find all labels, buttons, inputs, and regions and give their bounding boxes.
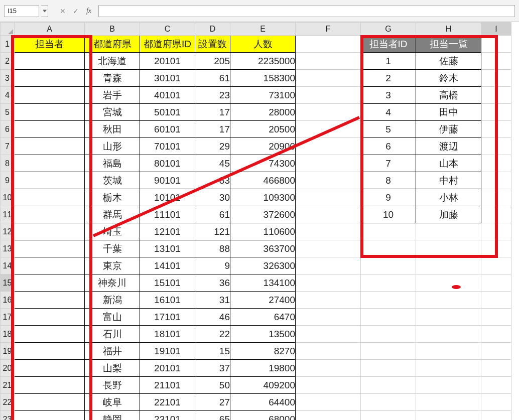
- cell[interactable]: [15, 343, 85, 360]
- cell[interactable]: 36: [195, 274, 230, 292]
- cell[interactable]: [416, 343, 481, 360]
- cell[interactable]: [296, 394, 361, 411]
- cell[interactable]: 20101: [140, 53, 195, 70]
- cell[interactable]: [15, 121, 85, 138]
- cell[interactable]: [15, 138, 85, 155]
- cell[interactable]: [481, 274, 511, 292]
- cell[interactable]: 29: [195, 138, 230, 155]
- cell[interactable]: [481, 172, 511, 189]
- cell[interactable]: 17: [195, 104, 230, 121]
- row-header[interactable]: 23: [1, 411, 15, 421]
- cell[interactable]: [481, 257, 511, 274]
- cell[interactable]: 30: [195, 189, 230, 206]
- cell[interactable]: 121: [195, 223, 230, 240]
- cell[interactable]: 福井: [85, 343, 140, 360]
- col-header-H[interactable]: H: [416, 23, 481, 36]
- cell[interactable]: 茨城: [85, 172, 140, 189]
- cell[interactable]: 7: [361, 155, 416, 172]
- cell[interactable]: [296, 292, 361, 309]
- cell[interactable]: 110600: [230, 223, 296, 240]
- cell[interactable]: 326300: [230, 257, 296, 274]
- cell[interactable]: [481, 309, 511, 326]
- cell[interactable]: 18101: [140, 326, 195, 343]
- name-box-dropdown[interactable]: [41, 5, 48, 17]
- cell[interactable]: [481, 138, 511, 155]
- cell[interactable]: 5: [361, 121, 416, 138]
- cell[interactable]: 渡辺: [416, 138, 481, 155]
- cell[interactable]: 都道府県: [85, 36, 140, 53]
- cell[interactable]: [416, 274, 481, 292]
- cell[interactable]: [296, 155, 361, 172]
- cell[interactable]: 山本: [416, 155, 481, 172]
- cell[interactable]: [15, 189, 85, 206]
- worksheet-grid[interactable]: A B C D E F G H I 1担当者都道府県都道府県ID設置数人数担当者…: [0, 22, 511, 420]
- cell[interactable]: 16101: [140, 292, 195, 309]
- cell[interactable]: [416, 377, 481, 394]
- cell[interactable]: 70101: [140, 138, 195, 155]
- cell[interactable]: [296, 257, 361, 274]
- cell[interactable]: 人数: [230, 36, 296, 53]
- cell[interactable]: 19800: [230, 360, 296, 377]
- cell[interactable]: [296, 138, 361, 155]
- row-header[interactable]: 9: [1, 172, 15, 189]
- cell[interactable]: [296, 377, 361, 394]
- cell[interactable]: [361, 309, 416, 326]
- cell[interactable]: [481, 360, 511, 377]
- cell[interactable]: [361, 257, 416, 274]
- cell[interactable]: 15: [195, 343, 230, 360]
- cell[interactable]: 88: [195, 240, 230, 257]
- cell[interactable]: [416, 240, 481, 257]
- cell[interactable]: 363700: [230, 240, 296, 257]
- cell[interactable]: [481, 104, 511, 121]
- cell[interactable]: 9: [361, 189, 416, 206]
- cell[interactable]: [296, 70, 361, 87]
- cell[interactable]: 北海道: [85, 53, 140, 70]
- cell[interactable]: 岩手: [85, 87, 140, 104]
- cell[interactable]: [15, 206, 85, 223]
- cell[interactable]: 22: [195, 326, 230, 343]
- cell[interactable]: 伊藤: [416, 121, 481, 138]
- cell[interactable]: [361, 377, 416, 394]
- row-header[interactable]: 7: [1, 138, 15, 155]
- cell[interactable]: 22101: [140, 394, 195, 411]
- cell[interactable]: 東京: [85, 257, 140, 274]
- cell[interactable]: 新潟: [85, 292, 140, 309]
- cell[interactable]: 富山: [85, 309, 140, 326]
- cell[interactable]: [15, 172, 85, 189]
- cell[interactable]: 4: [361, 104, 416, 121]
- cell[interactable]: [416, 360, 481, 377]
- accept-formula-button[interactable]: ✓: [70, 6, 81, 17]
- cell[interactable]: [296, 360, 361, 377]
- cell[interactable]: 13500: [230, 326, 296, 343]
- cell[interactable]: [416, 326, 481, 343]
- cell[interactable]: [416, 292, 481, 309]
- cell[interactable]: 65: [195, 411, 230, 421]
- cell[interactable]: [296, 274, 361, 292]
- cell[interactable]: 青森: [85, 70, 140, 87]
- cell[interactable]: 福島: [85, 155, 140, 172]
- cell[interactable]: [296, 326, 361, 343]
- cell[interactable]: [481, 223, 511, 240]
- cell[interactable]: 17101: [140, 309, 195, 326]
- cell[interactable]: 68000: [230, 411, 296, 421]
- cell[interactable]: [481, 189, 511, 206]
- cell[interactable]: 都道府県ID: [140, 36, 195, 53]
- row-header[interactable]: 21: [1, 377, 15, 394]
- col-header-G[interactable]: G: [361, 23, 416, 36]
- cell[interactable]: 31: [195, 292, 230, 309]
- cell[interactable]: 埼玉: [85, 223, 140, 240]
- cell[interactable]: 17: [195, 121, 230, 138]
- cell[interactable]: 10101: [140, 189, 195, 206]
- cell[interactable]: [296, 309, 361, 326]
- col-header-D[interactable]: D: [195, 23, 230, 36]
- cell[interactable]: 加藤: [416, 206, 481, 223]
- cell[interactable]: 秋田: [85, 121, 140, 138]
- row-header[interactable]: 20: [1, 360, 15, 377]
- row-header[interactable]: 5: [1, 104, 15, 121]
- cell[interactable]: [361, 360, 416, 377]
- cell[interactable]: 長野: [85, 377, 140, 394]
- cell[interactable]: [296, 121, 361, 138]
- cell[interactable]: [296, 411, 361, 421]
- cell[interactable]: 46: [195, 309, 230, 326]
- cell[interactable]: [296, 240, 361, 257]
